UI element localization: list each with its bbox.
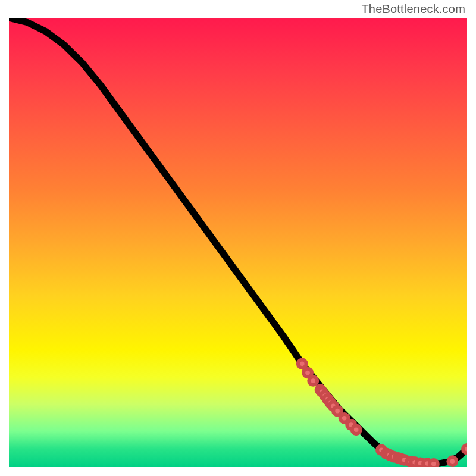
data-markers <box>298 360 467 467</box>
bottleneck-curve <box>9 18 467 464</box>
data-point <box>303 369 312 377</box>
data-point <box>430 460 438 467</box>
watermark-text: TheBottleneck.com <box>361 2 465 16</box>
data-point <box>333 407 342 415</box>
chart-container: TheBottleneck.com <box>0 0 476 476</box>
data-point <box>298 360 306 368</box>
data-point <box>463 445 467 453</box>
plot-area <box>9 18 467 467</box>
data-point <box>309 377 317 385</box>
data-point <box>352 426 361 434</box>
data-point <box>448 457 456 465</box>
chart-svg <box>9 18 467 467</box>
